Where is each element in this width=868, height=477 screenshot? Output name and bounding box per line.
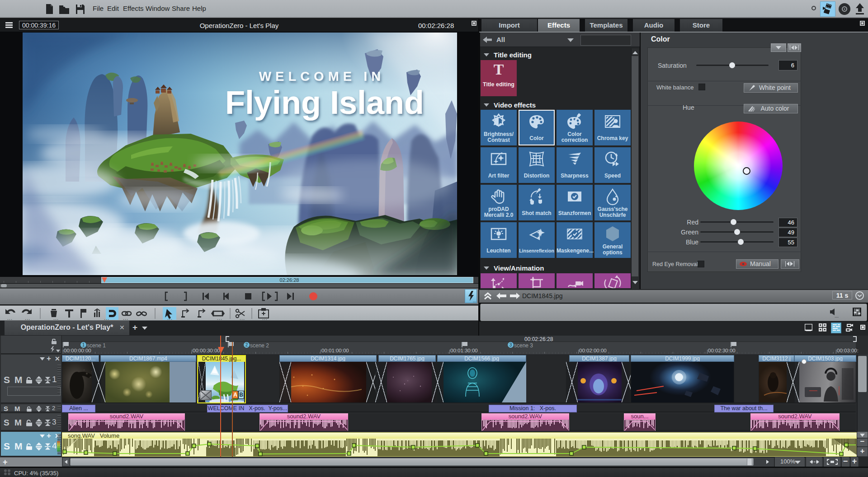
svg-text:WELCOME IN: WELCOME IN bbox=[259, 69, 385, 84]
svg-text:Flying Island: Flying Island bbox=[225, 84, 424, 121]
